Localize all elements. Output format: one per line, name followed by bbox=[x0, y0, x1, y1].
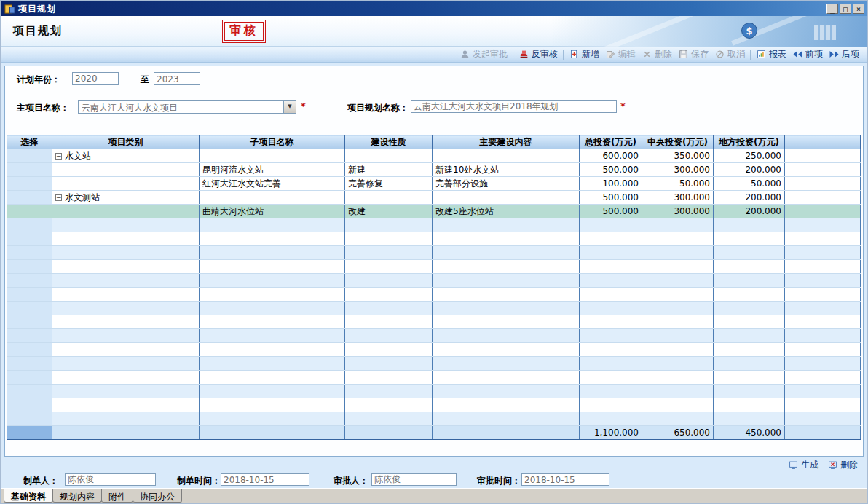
cell-total-invest[interactable] bbox=[580, 315, 642, 329]
cell-category[interactable] bbox=[52, 218, 200, 232]
toolbar-report-button[interactable]: 报表 bbox=[753, 47, 789, 61]
cell-total-invest[interactable]: 500.000 bbox=[580, 191, 642, 205]
cell-content[interactable] bbox=[433, 329, 580, 343]
cell-content[interactable] bbox=[433, 302, 580, 315]
cell-extra[interactable] bbox=[785, 232, 861, 246]
grid-row[interactable]: −水文站600.000350.000250.000 bbox=[7, 149, 861, 163]
cell-sub-name[interactable] bbox=[200, 218, 345, 232]
cell-sub-name[interactable]: 曲靖大河水位站 bbox=[200, 205, 345, 218]
cell-nature[interactable] bbox=[345, 329, 433, 343]
grid-empty-row[interactable] bbox=[7, 315, 861, 329]
cell-content[interactable] bbox=[433, 398, 580, 412]
toolbar-add-button[interactable]: 新增 bbox=[566, 47, 602, 61]
cell-extra[interactable] bbox=[785, 371, 861, 385]
cell-category[interactable] bbox=[52, 246, 200, 260]
cell-extra[interactable] bbox=[785, 302, 861, 315]
cell-extra[interactable] bbox=[785, 205, 861, 218]
cell-total-invest[interactable]: 600.000 bbox=[580, 149, 642, 163]
cell-category[interactable] bbox=[52, 260, 200, 274]
toolbar-next-item-button[interactable]: 后项 bbox=[826, 47, 862, 61]
cell-content[interactable] bbox=[433, 343, 580, 357]
cell-extra[interactable] bbox=[785, 343, 861, 357]
cell-select[interactable] bbox=[7, 149, 52, 163]
cell-select[interactable] bbox=[7, 177, 52, 191]
cell-content[interactable] bbox=[433, 149, 580, 163]
cell-central-invest[interactable]: 300.000 bbox=[642, 205, 714, 218]
cell-category[interactable] bbox=[52, 398, 200, 412]
cell-extra[interactable] bbox=[785, 177, 861, 191]
cell-local-invest[interactable]: 250.000 bbox=[714, 149, 785, 163]
cell-local-invest[interactable] bbox=[714, 232, 785, 246]
total-cell-content[interactable] bbox=[433, 426, 580, 440]
cell-category[interactable] bbox=[52, 232, 200, 246]
cell-content[interactable] bbox=[433, 218, 580, 232]
cell-select[interactable] bbox=[7, 246, 52, 260]
cell-sub-name[interactable] bbox=[200, 288, 345, 302]
cell-total-invest[interactable] bbox=[580, 246, 642, 260]
cell-extra[interactable] bbox=[785, 288, 861, 302]
cell-sub-name[interactable] bbox=[200, 412, 345, 426]
cell-nature[interactable] bbox=[345, 274, 433, 288]
column-header-nature[interactable]: 建设性质 bbox=[345, 135, 433, 149]
cell-extra[interactable] bbox=[785, 191, 861, 205]
cell-nature[interactable] bbox=[345, 191, 433, 205]
cell-content[interactable] bbox=[433, 260, 580, 274]
cell-content[interactable] bbox=[433, 385, 580, 398]
grid-empty-row[interactable] bbox=[7, 343, 861, 357]
main-project-combobox[interactable]: 云南大江大河大水文项目 ▼ bbox=[78, 100, 296, 114]
cell-central-invest[interactable] bbox=[642, 385, 714, 398]
cell-local-invest[interactable] bbox=[714, 274, 785, 288]
column-header-central-invest[interactable]: 中央投资(万元) bbox=[642, 135, 714, 149]
cell-total-invest[interactable] bbox=[580, 357, 642, 371]
cell-local-invest[interactable] bbox=[714, 260, 785, 274]
cell-local-invest[interactable] bbox=[714, 385, 785, 398]
cell-sub-name[interactable] bbox=[200, 246, 345, 260]
cell-nature[interactable]: 改建 bbox=[345, 205, 433, 218]
cell-content[interactable] bbox=[433, 274, 580, 288]
cell-central-invest[interactable] bbox=[642, 412, 714, 426]
cell-category[interactable] bbox=[52, 163, 200, 177]
cell-central-invest[interactable] bbox=[642, 315, 714, 329]
column-header-local-invest[interactable]: 地方投资(万元) bbox=[714, 135, 785, 149]
grid-empty-row[interactable] bbox=[7, 357, 861, 371]
cell-total-invest[interactable] bbox=[580, 398, 642, 412]
approve-time-input[interactable] bbox=[521, 473, 609, 486]
cell-category[interactable] bbox=[52, 274, 200, 288]
cell-local-invest[interactable] bbox=[714, 288, 785, 302]
cell-extra[interactable] bbox=[785, 329, 861, 343]
cell-sub-name[interactable] bbox=[200, 315, 345, 329]
cell-sub-name[interactable] bbox=[200, 371, 345, 385]
close-button[interactable]: × bbox=[853, 4, 864, 14]
cell-content[interactable] bbox=[433, 315, 580, 329]
cell-category[interactable]: −水文站 bbox=[52, 149, 200, 163]
grid-empty-row[interactable] bbox=[7, 218, 861, 232]
cell-local-invest[interactable] bbox=[714, 412, 785, 426]
column-header-extra[interactable] bbox=[785, 135, 861, 149]
collapse-icon[interactable]: − bbox=[55, 194, 62, 201]
cell-sub-name[interactable]: 昆明河流水文站 bbox=[200, 163, 345, 177]
cell-category[interactable] bbox=[52, 371, 200, 385]
cell-extra[interactable] bbox=[785, 412, 861, 426]
column-header-total-invest[interactable]: 总投资(万元) bbox=[580, 135, 642, 149]
cell-central-invest[interactable]: 350.000 bbox=[642, 149, 714, 163]
cell-local-invest[interactable]: 200.000 bbox=[714, 163, 785, 177]
grid-empty-row[interactable] bbox=[7, 371, 861, 385]
total-cell-local-invest[interactable]: 450.000 bbox=[714, 426, 785, 440]
cell-select[interactable] bbox=[7, 163, 52, 177]
cell-local-invest[interactable] bbox=[714, 343, 785, 357]
cell-sub-name[interactable] bbox=[200, 329, 345, 343]
grid-empty-row[interactable] bbox=[7, 302, 861, 315]
total-cell-category[interactable] bbox=[52, 426, 200, 440]
cell-content[interactable] bbox=[433, 288, 580, 302]
cell-select[interactable] bbox=[7, 232, 52, 246]
plan-name-input[interactable] bbox=[411, 100, 617, 113]
delete-row-button[interactable]: 删除 bbox=[827, 459, 858, 471]
cell-total-invest[interactable] bbox=[580, 218, 642, 232]
cell-sub-name[interactable]: 红河大江水文站完善 bbox=[200, 177, 345, 191]
cell-central-invest[interactable] bbox=[642, 232, 714, 246]
total-cell-sub-name[interactable] bbox=[200, 426, 345, 440]
cell-central-invest[interactable] bbox=[642, 398, 714, 412]
cell-sub-name[interactable] bbox=[200, 274, 345, 288]
tab-basic-info[interactable]: 基础资料 bbox=[4, 489, 53, 503]
cell-category[interactable] bbox=[52, 329, 200, 343]
